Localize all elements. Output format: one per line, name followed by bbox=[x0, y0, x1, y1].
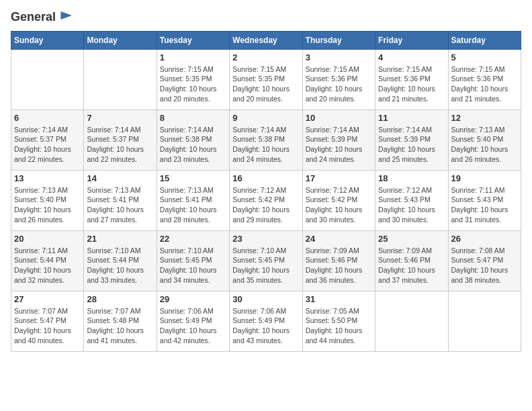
calendar-cell: 3Sunrise: 7:15 AMSunset: 5:36 PMDaylight… bbox=[302, 49, 375, 109]
day-detail: Sunrise: 7:13 AMSunset: 5:40 PMDaylight:… bbox=[14, 185, 81, 225]
calendar-cell: 13Sunrise: 7:13 AMSunset: 5:40 PMDayligh… bbox=[11, 170, 84, 230]
day-detail: Sunrise: 7:12 AMSunset: 5:42 PMDaylight:… bbox=[232, 185, 299, 225]
header-monday: Monday bbox=[84, 31, 157, 49]
day-detail: Sunrise: 7:05 AMSunset: 5:50 PMDaylight:… bbox=[306, 306, 372, 346]
calendar-cell: 18Sunrise: 7:12 AMSunset: 5:43 PMDayligh… bbox=[375, 170, 448, 230]
day-number: 5 bbox=[451, 52, 518, 62]
calendar-cell: 11Sunrise: 7:14 AMSunset: 5:39 PMDayligh… bbox=[375, 109, 448, 170]
day-number: 4 bbox=[378, 52, 445, 62]
day-detail: Sunrise: 7:15 AMSunset: 5:36 PMDaylight:… bbox=[378, 64, 445, 104]
calendar-cell: 4Sunrise: 7:15 AMSunset: 5:36 PMDaylight… bbox=[375, 49, 448, 109]
logo-flag-icon bbox=[60, 11, 75, 24]
day-detail: Sunrise: 7:12 AMSunset: 5:43 PMDaylight:… bbox=[378, 185, 445, 225]
day-number: 16 bbox=[232, 173, 299, 183]
calendar-cell: 16Sunrise: 7:12 AMSunset: 5:42 PMDayligh… bbox=[230, 170, 302, 230]
header-thursday: Thursday bbox=[302, 31, 375, 49]
day-detail: Sunrise: 7:14 AMSunset: 5:39 PMDaylight:… bbox=[306, 125, 372, 165]
day-number: 13 bbox=[14, 173, 81, 183]
calendar-week-1: 1Sunrise: 7:15 AMSunset: 5:35 PMDaylight… bbox=[11, 49, 521, 109]
day-number: 30 bbox=[232, 294, 299, 304]
day-detail: Sunrise: 7:13 AMSunset: 5:41 PMDaylight:… bbox=[160, 185, 226, 225]
calendar-cell: 20Sunrise: 7:11 AMSunset: 5:44 PMDayligh… bbox=[11, 230, 84, 291]
calendar-cell: 22Sunrise: 7:10 AMSunset: 5:45 PMDayligh… bbox=[157, 230, 229, 291]
calendar-cell: 14Sunrise: 7:13 AMSunset: 5:41 PMDayligh… bbox=[84, 170, 157, 230]
day-detail: Sunrise: 7:11 AMSunset: 5:43 PMDaylight:… bbox=[451, 185, 518, 225]
calendar-cell: 21Sunrise: 7:10 AMSunset: 5:44 PMDayligh… bbox=[84, 230, 157, 291]
day-number: 29 bbox=[160, 294, 226, 304]
day-number: 26 bbox=[451, 234, 518, 244]
day-number: 28 bbox=[87, 294, 153, 304]
calendar-cell: 29Sunrise: 7:06 AMSunset: 5:49 PMDayligh… bbox=[157, 291, 229, 351]
calendar-cell bbox=[375, 291, 448, 351]
day-number: 1 bbox=[160, 52, 226, 62]
calendar-cell: 26Sunrise: 7:08 AMSunset: 5:47 PMDayligh… bbox=[448, 230, 521, 291]
calendar-cell: 19Sunrise: 7:11 AMSunset: 5:43 PMDayligh… bbox=[448, 170, 521, 230]
calendar-cell: 8Sunrise: 7:14 AMSunset: 5:38 PMDaylight… bbox=[157, 109, 229, 170]
header-tuesday: Tuesday bbox=[157, 31, 229, 49]
calendar-cell: 24Sunrise: 7:09 AMSunset: 5:46 PMDayligh… bbox=[302, 230, 375, 291]
day-number: 31 bbox=[306, 294, 372, 304]
day-detail: Sunrise: 7:10 AMSunset: 5:44 PMDaylight:… bbox=[87, 246, 153, 285]
days-of-week-header: SundayMondayTuesdayWednesdayThursdayFrid… bbox=[11, 31, 521, 49]
calendar-cell: 31Sunrise: 7:05 AMSunset: 5:50 PMDayligh… bbox=[302, 291, 375, 351]
logo: General bbox=[11, 11, 75, 24]
calendar-week-3: 13Sunrise: 7:13 AMSunset: 5:40 PMDayligh… bbox=[11, 170, 521, 230]
day-detail: Sunrise: 7:13 AMSunset: 5:41 PMDaylight:… bbox=[87, 185, 153, 225]
calendar-cell bbox=[84, 49, 157, 109]
day-number: 9 bbox=[232, 113, 299, 123]
day-detail: Sunrise: 7:14 AMSunset: 5:39 PMDaylight:… bbox=[378, 125, 445, 165]
calendar-body: 1Sunrise: 7:15 AMSunset: 5:35 PMDaylight… bbox=[11, 49, 521, 351]
calendar-cell: 25Sunrise: 7:09 AMSunset: 5:46 PMDayligh… bbox=[375, 230, 448, 291]
calendar-cell: 2Sunrise: 7:15 AMSunset: 5:35 PMDaylight… bbox=[230, 49, 302, 109]
day-number: 12 bbox=[451, 113, 518, 123]
page-header: General bbox=[11, 11, 521, 24]
day-detail: Sunrise: 7:08 AMSunset: 5:47 PMDaylight:… bbox=[451, 246, 518, 285]
calendar-cell: 12Sunrise: 7:13 AMSunset: 5:40 PMDayligh… bbox=[448, 109, 521, 170]
calendar-cell bbox=[448, 291, 521, 351]
header-sunday: Sunday bbox=[11, 31, 84, 49]
day-number: 14 bbox=[87, 173, 153, 183]
calendar-cell: 10Sunrise: 7:14 AMSunset: 5:39 PMDayligh… bbox=[302, 109, 375, 170]
day-detail: Sunrise: 7:15 AMSunset: 5:35 PMDaylight:… bbox=[160, 64, 226, 104]
calendar-week-4: 20Sunrise: 7:11 AMSunset: 5:44 PMDayligh… bbox=[11, 230, 521, 291]
svg-marker-0 bbox=[61, 11, 73, 19]
calendar-cell: 5Sunrise: 7:15 AMSunset: 5:36 PMDaylight… bbox=[448, 49, 521, 109]
calendar-cell: 1Sunrise: 7:15 AMSunset: 5:35 PMDaylight… bbox=[157, 49, 229, 109]
calendar-cell: 28Sunrise: 7:07 AMSunset: 5:48 PMDayligh… bbox=[84, 291, 157, 351]
day-detail: Sunrise: 7:15 AMSunset: 5:35 PMDaylight:… bbox=[232, 64, 299, 104]
day-detail: Sunrise: 7:12 AMSunset: 5:42 PMDaylight:… bbox=[306, 185, 372, 225]
day-detail: Sunrise: 7:14 AMSunset: 5:38 PMDaylight:… bbox=[160, 125, 226, 165]
header-wednesday: Wednesday bbox=[230, 31, 302, 49]
day-detail: Sunrise: 7:07 AMSunset: 5:48 PMDaylight:… bbox=[87, 306, 153, 346]
day-number: 22 bbox=[160, 234, 226, 244]
day-detail: Sunrise: 7:10 AMSunset: 5:45 PMDaylight:… bbox=[232, 246, 299, 285]
day-number: 23 bbox=[232, 234, 299, 244]
day-detail: Sunrise: 7:14 AMSunset: 5:37 PMDaylight:… bbox=[87, 125, 153, 165]
day-detail: Sunrise: 7:09 AMSunset: 5:46 PMDaylight:… bbox=[306, 246, 372, 285]
day-number: 3 bbox=[306, 52, 372, 62]
day-detail: Sunrise: 7:06 AMSunset: 5:49 PMDaylight:… bbox=[232, 306, 299, 346]
day-detail: Sunrise: 7:15 AMSunset: 5:36 PMDaylight:… bbox=[451, 64, 518, 104]
header-friday: Friday bbox=[375, 31, 448, 49]
calendar-cell: 15Sunrise: 7:13 AMSunset: 5:41 PMDayligh… bbox=[157, 170, 229, 230]
day-number: 20 bbox=[14, 234, 81, 244]
day-number: 7 bbox=[87, 113, 153, 123]
calendar-table: SundayMondayTuesdayWednesdayThursdayFrid… bbox=[11, 31, 521, 352]
day-detail: Sunrise: 7:06 AMSunset: 5:49 PMDaylight:… bbox=[160, 306, 226, 346]
day-detail: Sunrise: 7:11 AMSunset: 5:44 PMDaylight:… bbox=[14, 246, 81, 285]
day-detail: Sunrise: 7:07 AMSunset: 5:47 PMDaylight:… bbox=[14, 306, 81, 346]
day-detail: Sunrise: 7:10 AMSunset: 5:45 PMDaylight:… bbox=[160, 246, 226, 285]
day-number: 17 bbox=[306, 173, 372, 183]
day-number: 21 bbox=[87, 234, 153, 244]
day-number: 19 bbox=[451, 173, 518, 183]
day-number: 10 bbox=[306, 113, 372, 123]
day-number: 11 bbox=[378, 113, 445, 123]
calendar-cell: 6Sunrise: 7:14 AMSunset: 5:37 PMDaylight… bbox=[11, 109, 84, 170]
day-number: 8 bbox=[160, 113, 226, 123]
day-detail: Sunrise: 7:15 AMSunset: 5:36 PMDaylight:… bbox=[306, 64, 372, 104]
calendar-cell: 7Sunrise: 7:14 AMSunset: 5:37 PMDaylight… bbox=[84, 109, 157, 170]
calendar-week-2: 6Sunrise: 7:14 AMSunset: 5:37 PMDaylight… bbox=[11, 109, 521, 170]
calendar-cell bbox=[11, 49, 84, 109]
calendar-cell: 27Sunrise: 7:07 AMSunset: 5:47 PMDayligh… bbox=[11, 291, 84, 351]
day-detail: Sunrise: 7:14 AMSunset: 5:38 PMDaylight:… bbox=[232, 125, 299, 165]
